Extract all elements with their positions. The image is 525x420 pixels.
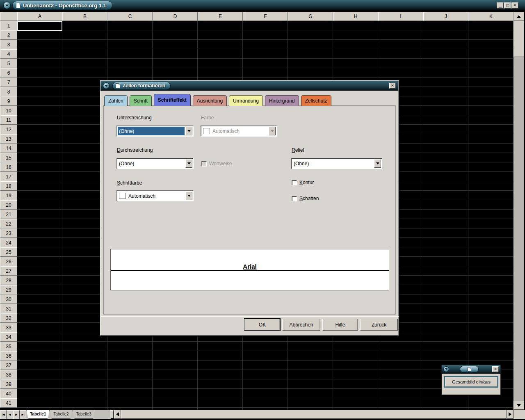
row-header-21[interactable]: 21 xyxy=(0,210,17,219)
row-header-16[interactable]: 16 xyxy=(0,162,17,172)
dialog-tab-ausrichtung[interactable]: Ausrichtung xyxy=(193,95,227,106)
column-header-B[interactable]: B xyxy=(62,12,107,21)
row-header-1[interactable]: 1 xyxy=(0,21,17,30)
abbrechen-button[interactable]: Abbrechen xyxy=(282,319,320,331)
dropdown-arrow-button[interactable] xyxy=(185,159,192,168)
row-header-28[interactable]: 28 xyxy=(0,276,17,285)
kontur-checkbox[interactable]: Kontur xyxy=(292,180,314,185)
row-header-25[interactable]: 25 xyxy=(0,247,17,257)
row-header-41[interactable]: 41 xyxy=(0,398,17,408)
dialog-tab-schrifteffekt[interactable]: Schrifteffekt xyxy=(154,94,191,106)
column-header-A[interactable]: A xyxy=(17,12,62,21)
row-header-26[interactable]: 26 xyxy=(0,257,17,266)
row-header-18[interactable]: 18 xyxy=(0,181,17,191)
scroll-down-button[interactable] xyxy=(514,401,524,410)
dialog-tab-zahlen[interactable]: Zahlen xyxy=(104,95,128,106)
sheet-tab-tabelle1[interactable]: Tabelle1 xyxy=(26,410,50,419)
row-header-17[interactable]: 17 xyxy=(0,172,17,181)
row-header-37[interactable]: 37 xyxy=(0,361,17,370)
row-header-9[interactable]: 9 xyxy=(0,96,17,106)
window-title[interactable]: Unbenannt2 - OpenOffice.org 1.1 xyxy=(12,1,112,10)
dropdown-arrow-button[interactable] xyxy=(185,192,192,200)
row-header-19[interactable]: 19 xyxy=(0,191,17,200)
close-button[interactable]: ✕ xyxy=(511,2,518,9)
maximize-button[interactable]: ▢ xyxy=(504,2,511,9)
dialog-tab-schrift[interactable]: Schrift xyxy=(130,95,152,106)
column-header-C[interactable]: C xyxy=(107,12,153,21)
row-header-7[interactable]: 7 xyxy=(0,78,17,87)
ok-button[interactable]: OK xyxy=(244,319,280,331)
row-header-35[interactable]: 35 xyxy=(0,342,17,351)
row-header-34[interactable]: 34 xyxy=(0,332,17,342)
select-all-corner[interactable] xyxy=(0,12,17,21)
row-header-38[interactable]: 38 xyxy=(0,370,17,379)
column-header-G[interactable]: G xyxy=(288,12,333,21)
sheet-tab-tabelle2[interactable]: Tabelle2 xyxy=(50,410,72,419)
horizontal-scrollbar[interactable] xyxy=(114,410,514,419)
row-header-20[interactable]: 20 xyxy=(0,200,17,210)
row-header-6[interactable]: 6 xyxy=(0,68,17,78)
row-header-5[interactable]: 5 xyxy=(0,59,17,68)
tabbar-splitter-handle[interactable] xyxy=(110,410,114,418)
row-header-13[interactable]: 13 xyxy=(0,134,17,144)
dropdown-arrow-button[interactable] xyxy=(185,127,192,135)
scroll-right-button[interactable] xyxy=(507,410,514,419)
row-header-4[interactable]: 4 xyxy=(0,49,17,59)
row-header-24[interactable]: 24 xyxy=(0,238,17,247)
row-header-33[interactable]: 33 xyxy=(0,323,17,332)
row-header-23[interactable]: 23 xyxy=(0,228,17,238)
relief-dropdown[interactable]: (Ohne) xyxy=(291,158,382,169)
zuruck-button[interactable]: Zurück xyxy=(360,319,398,331)
vertical-scrollbar[interactable] xyxy=(514,12,524,410)
row-header-36[interactable]: 36 xyxy=(0,351,17,361)
dialog-menu-button[interactable] xyxy=(103,82,110,89)
schriftfarbe-dropdown[interactable]: Automatisch xyxy=(116,190,194,201)
row-header-15[interactable]: 15 xyxy=(0,153,17,162)
column-header-E[interactable]: E xyxy=(198,12,243,21)
first-sheet-button[interactable]: |◀ xyxy=(0,410,7,419)
previous-sheet-button[interactable]: ◀ xyxy=(7,410,13,419)
schatten-checkbox[interactable]: Schatten xyxy=(292,196,319,201)
row-header-11[interactable]: 11 xyxy=(0,115,17,125)
row-header-31[interactable]: 31 xyxy=(0,304,17,313)
scroll-up-button[interactable] xyxy=(514,12,524,21)
row-header-22[interactable]: 22 xyxy=(0,219,17,228)
row-header-39[interactable]: 39 xyxy=(0,379,17,389)
dropdown-arrow-button[interactable] xyxy=(374,159,381,168)
mini-window-close-button[interactable]: ✕ xyxy=(492,366,499,372)
row-header-29[interactable]: 29 xyxy=(0,285,17,294)
column-header-J[interactable]: J xyxy=(423,12,468,21)
row-header-32[interactable]: 32 xyxy=(0,313,17,323)
row-header-14[interactable]: 14 xyxy=(0,144,17,153)
dialog-tab-zellschutz[interactable]: Zellschutz xyxy=(301,95,331,106)
column-header-H[interactable]: H xyxy=(333,12,378,21)
dialog-tab-umrandung[interactable]: Umrandung xyxy=(229,95,263,106)
next-sheet-button[interactable]: ▶ xyxy=(13,410,20,419)
window-menu-button[interactable] xyxy=(3,2,11,9)
active-cell-cursor[interactable] xyxy=(17,21,62,31)
hilfe-button[interactable]: Hilfe xyxy=(322,319,358,331)
unterstreichung-dropdown[interactable]: (Ohne) xyxy=(116,126,194,137)
column-header-I[interactable]: I xyxy=(378,12,423,21)
row-header-10[interactable]: 10 xyxy=(0,106,17,115)
last-sheet-button[interactable]: ▶| xyxy=(20,410,26,419)
vertical-scroll-thumb[interactable] xyxy=(514,21,524,57)
column-header-D[interactable]: D xyxy=(153,12,198,21)
row-header-2[interactable]: 2 xyxy=(0,30,17,40)
durchstreichung-dropdown[interactable]: (Ohne) xyxy=(116,158,194,169)
minimize-button[interactable]: ▁ xyxy=(497,2,504,9)
sheet-tab-tabelle3[interactable]: Tabelle3 xyxy=(73,410,95,419)
row-header-3[interactable]: 3 xyxy=(0,40,17,49)
row-header-30[interactable]: 30 xyxy=(0,294,17,304)
row-header-12[interactable]: 12 xyxy=(0,125,17,134)
column-header-F[interactable]: F xyxy=(243,12,288,21)
row-header-8[interactable]: 8 xyxy=(0,87,17,96)
column-header-K[interactable]: K xyxy=(468,12,514,21)
row-header-27[interactable]: 27 xyxy=(0,266,17,276)
gesamtbild-toggle-button[interactable]: Gesamtbild ein/aus xyxy=(444,376,498,388)
dialog-tab-hintergrund[interactable]: Hintergrund xyxy=(265,95,299,106)
mini-window-menu-button[interactable] xyxy=(443,366,449,372)
scroll-left-button[interactable] xyxy=(114,410,121,419)
dialog-close-button[interactable]: ✕ xyxy=(389,83,396,89)
horizontal-scroll-thumb[interactable] xyxy=(121,410,507,419)
